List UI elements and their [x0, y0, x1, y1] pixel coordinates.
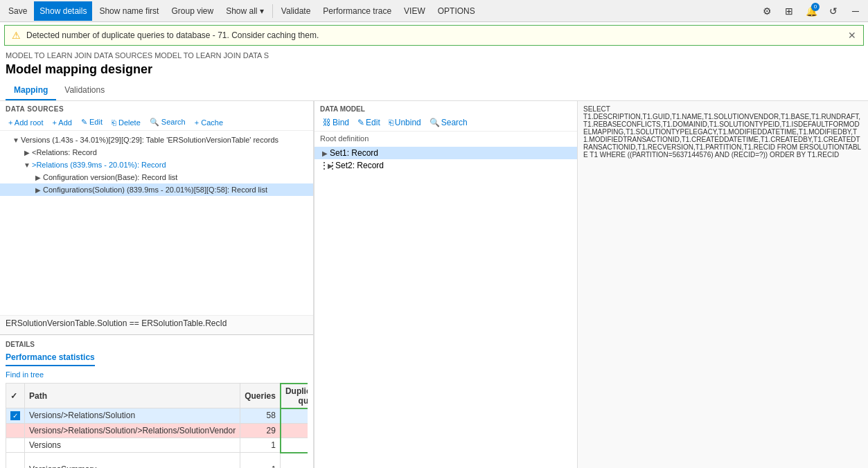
tree-item-config-version[interactable]: ▶ Configuration version(Base): Record li… [0, 171, 313, 183]
search-button[interactable]: 🔍 Search [145, 116, 190, 128]
table-row[interactable]: ✓ Versions/>Relations/Solution 58 44 [6, 408, 308, 424]
col-check: ✓ [6, 384, 25, 408]
tree-label: Versions (1.43s - 34.01%)[29][Q:29]: Tab… [21, 136, 278, 144]
alert-message: Detected number of duplicate queries to … [26, 30, 319, 40]
tree-label: >Relations (839.9ms - 20.01%): Record [32, 161, 166, 169]
page-title: Model mapping designer [0, 61, 868, 81]
root-definition-label: Root definition [315, 132, 577, 145]
data-model-tree: ▶ Set1: Record ⋮⋮ ▶ Set2: Record [315, 145, 577, 173]
drag-icon: ⋮⋮ [320, 161, 326, 170]
edit-button[interactable]: ✎ Edit [77, 116, 107, 128]
options-button[interactable]: OPTIONS [432, 1, 481, 21]
row-check [6, 423, 25, 438]
main-toolbar: Save Show details Show name first Group … [0, 0, 868, 22]
refresh-icon[interactable]: ↺ [824, 1, 843, 21]
delete-button[interactable]: ⎗ Delete [107, 117, 145, 128]
row-dup-queries: 27 [281, 423, 308, 438]
row-queries: 29 [240, 423, 281, 438]
group-view-button[interactable]: Group view [166, 1, 219, 21]
details-tab[interactable]: Performance statistics [6, 350, 95, 366]
add-root-button[interactable]: + Add root [4, 117, 47, 128]
edit-dm-button[interactable]: ✎ Edit [355, 116, 383, 129]
table-row[interactable]: VersionsSummary 1 0 Record list 'Version… [6, 453, 308, 469]
row-check [6, 453, 25, 469]
toolbar-right: ⚙ ⊞ 🔔0 ↺ ─ [757, 1, 865, 21]
data-model-panel: DATA MODEL ⛓ Bind ✎ Edit ⎗ Unbind 🔍 Sear… [315, 101, 577, 468]
datasource-tree: ▼ Versions (1.43s - 34.01%)[29][Q:29]: T… [0, 131, 313, 315]
dm-item-set2[interactable]: ⋮⋮ ▶ Set2: Record [315, 159, 577, 172]
expand-icon[interactable]: ▶ [33, 185, 43, 195]
validate-button[interactable]: Validate [276, 1, 316, 21]
settings-icon[interactable]: ⚙ [757, 1, 777, 21]
show-all-button[interactable]: Show all ▾ [220, 1, 269, 21]
breadcrumb: MODEL TO LEARN JOIN DATA SOURCES MODEL T… [0, 48, 868, 61]
row-queries: 1 [240, 438, 281, 453]
formula-bar: ERSolutionVersionTable.Solution == ERSol… [0, 315, 313, 334]
row-check: ✓ [6, 408, 25, 424]
tree-item-gt-relations[interactable]: ▼ >Relations (839.9ms - 20.01%): Record [0, 159, 313, 171]
expand-icon[interactable]: ▼ [22, 160, 32, 170]
right-panel: DATA MODEL ⛓ Bind ✎ Edit ⎗ Unbind 🔍 Sear… [314, 101, 577, 468]
main-layout: DATA SOURCES + Add root + Add ✎ Edit ⎗ D… [0, 101, 868, 468]
data-model-toolbar: ⛓ Bind ✎ Edit ⎗ Unbind 🔍 Search [315, 114, 577, 132]
cache-button[interactable]: + Cache [191, 117, 227, 128]
row-dup-queries: 44 [281, 408, 308, 424]
expand-icon[interactable]: ▶ [22, 147, 32, 157]
warning-icon: ⚠ [12, 30, 21, 41]
tree-label: Configurations(Solution) (839.9ms - 20.0… [43, 186, 267, 194]
col-path: Path [25, 384, 240, 408]
unbind-icon: ⎗ [389, 118, 393, 127]
row-queries: 58 [240, 408, 281, 424]
unbind-button[interactable]: ⎗ Unbind [386, 116, 424, 129]
sql-panel: SELECT T1.DESCRIPTION,T1.GUID,T1.NAME,T1… [577, 101, 868, 468]
dm-label: Set1: Record [330, 148, 378, 158]
row-path: VersionsSummary [25, 453, 240, 469]
alert-close-button[interactable]: ✕ [848, 30, 856, 41]
expand-icon[interactable]: ▶ [320, 148, 330, 158]
tree-item-relations-record[interactable]: ▶ <Relations: Record [0, 146, 313, 159]
table-row[interactable]: Versions/>Relations/Solution/>Relations/… [6, 423, 308, 438]
datasource-toolbar: + Add root + Add ✎ Edit ⎗ Delete 🔍 Searc… [0, 114, 313, 131]
data-model-header: DATA MODEL [315, 101, 577, 114]
expand-icon[interactable]: ▶ [326, 161, 335, 170]
tree-label: <Relations: Record [32, 148, 97, 156]
row-dup-queries: 0 [281, 438, 308, 453]
add-button[interactable]: + Add [48, 117, 76, 128]
show-name-first-button[interactable]: Show name first [94, 1, 164, 21]
sql-text: SELECT T1.DESCRIPTION,T1.GUID,T1.NAME,T1… [583, 105, 862, 159]
find-in-tree-link[interactable]: Find in tree [6, 369, 308, 380]
main-tabs: Mapping Validations [0, 81, 868, 101]
dm-item-set1[interactable]: ▶ Set1: Record [315, 147, 577, 159]
row-check [6, 438, 25, 453]
datasources-header: DATA SOURCES [0, 101, 313, 114]
tab-validations[interactable]: Validations [56, 81, 113, 100]
show-details-button[interactable]: Show details [34, 1, 92, 21]
tree-item-versions[interactable]: ▼ Versions (1.43s - 34.01%)[29][Q:29]: T… [0, 134, 313, 146]
separator-1 [272, 4, 273, 18]
left-panel: DATA SOURCES + Add root + Add ✎ Edit ⎗ D… [0, 101, 314, 468]
expand-icon[interactable]: ▼ [11, 135, 21, 145]
search-dm-button[interactable]: 🔍 Search [427, 116, 470, 129]
view-button[interactable]: VIEW [398, 1, 431, 21]
bind-button[interactable]: ⛓ Bind [320, 116, 352, 129]
tree-item-configurations-solution[interactable]: ▶ Configurations(Solution) (839.9ms - 20… [0, 183, 313, 196]
details-header: DETAILS [6, 338, 308, 350]
notification-icon[interactable]: 🔔0 [801, 1, 821, 21]
alert-banner: ⚠ Detected number of duplicate queries t… [4, 25, 864, 46]
save-button[interactable]: Save [3, 1, 33, 21]
pencil-icon: ✎ [357, 118, 364, 127]
office-icon[interactable]: ⊞ [779, 1, 799, 21]
row-path: Versions [25, 438, 240, 453]
details-section: DETAILS Performance statistics Find in t… [0, 334, 313, 469]
performance-trace-button[interactable]: Performance trace [317, 1, 397, 21]
tab-mapping[interactable]: Mapping [6, 81, 56, 100]
row-path: Versions/>Relations/Solution [25, 408, 240, 424]
expand-icon[interactable]: ▶ [33, 172, 43, 182]
tree-label: Configuration version(Base): Record list [43, 173, 177, 181]
col-dup-queries: Duplicated queries [281, 384, 308, 408]
col-queries: Queries [240, 384, 281, 408]
bind-icon: ⛓ [323, 118, 331, 127]
row-queries: 1 [240, 453, 281, 469]
minimize-icon[interactable]: ─ [846, 1, 865, 21]
table-row[interactable]: Versions 1 0 [6, 438, 308, 453]
